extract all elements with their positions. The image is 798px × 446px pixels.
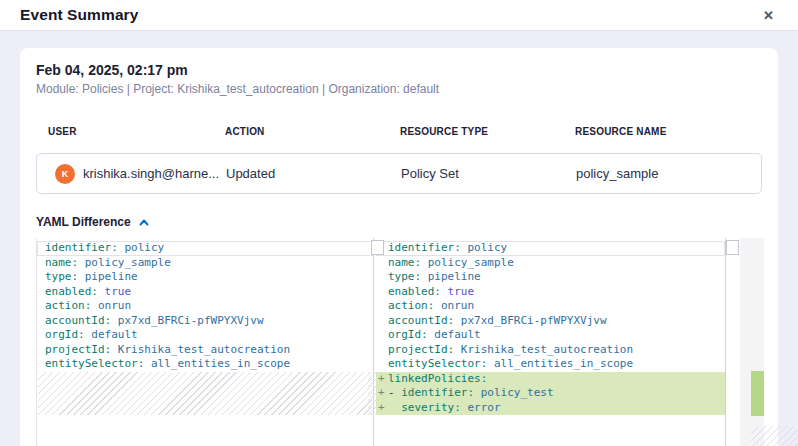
table-header-row: USER ACTION RESOURCE TYPE RESOURCE NAME — [36, 126, 762, 138]
diff-left-code: identifier: policyname: policy_sampletyp… — [37, 238, 373, 372]
event-meta: Module: Policies | Project: Krishika_tes… — [36, 82, 762, 96]
yaml-diff-viewer: identifier: policyname: policy_sampletyp… — [36, 238, 762, 446]
diff-overview-ruler[interactable] — [740, 238, 764, 446]
diff-placeholder-hatch — [38, 372, 372, 416]
resource-type-cell: Policy Set — [401, 166, 576, 181]
code-line: identifier: policy — [376, 241, 725, 256]
overview-placeholder-hatch — [751, 426, 798, 446]
modal-header: Event Summary ✕ — [0, 0, 798, 31]
modal-title: Event Summary — [20, 6, 138, 24]
code-line: accountId: px7xd_BFRCi-pfWPYXVjvw — [37, 314, 373, 329]
event-card: Feb 04, 2025, 02:17 pm Module: Policies … — [20, 48, 778, 446]
column-header-action: ACTION — [225, 126, 400, 138]
action-cell: Updated — [226, 166, 401, 181]
modal-body: Feb 04, 2025, 02:17 pm Module: Policies … — [0, 31, 798, 446]
code-line: enabled: true — [376, 285, 725, 300]
code-line: enabled: true — [37, 285, 373, 300]
code-line: action: onrun — [37, 299, 373, 314]
overview-added-marker — [751, 371, 764, 416]
code-line: + severity: error — [376, 401, 725, 416]
code-line: action: onrun — [376, 299, 725, 314]
column-header-resource-name: RESOURCE NAME — [575, 126, 762, 138]
code-line: identifier: policy — [37, 241, 373, 256]
avatar: K — [55, 164, 75, 184]
yaml-difference-label: YAML Difference — [36, 215, 131, 229]
code-line: entitySelector: all_entities_in_scope — [37, 357, 373, 372]
scrollbar-thumb[interactable] — [371, 240, 384, 255]
code-line: accountId: px7xd_BFRCi-pfWPYXVjvw — [376, 314, 725, 329]
user-email: krishika.singh@harne... — [83, 166, 219, 181]
diff-added-marker: + — [378, 372, 385, 387]
code-line: projectId: Krishika_test_autocreation — [376, 343, 725, 358]
close-icon: ✕ — [763, 8, 774, 23]
resource-name-cell: policy_sample — [576, 166, 761, 181]
user-cell: K krishika.singh@harne... — [55, 164, 226, 184]
close-button[interactable]: ✕ — [761, 7, 776, 24]
code-line: orgId: default — [376, 328, 725, 343]
scrollbar-thumb[interactable] — [726, 240, 739, 255]
column-header-user: USER — [48, 126, 225, 138]
diff-right-code: identifier: policyname: policy_sampletyp… — [376, 238, 725, 415]
column-header-resource-type: RESOURCE TYPE — [400, 126, 575, 138]
code-line: name: policy_sample — [376, 256, 725, 271]
diff-original-pane[interactable]: identifier: policyname: policy_sampletyp… — [36, 238, 374, 446]
code-line: entitySelector: all_entities_in_scope — [376, 357, 725, 372]
yaml-difference-toggle[interactable]: YAML Difference — [36, 215, 150, 229]
code-line: orgId: default — [37, 328, 373, 343]
code-line: +linkedPolicies: — [376, 372, 725, 387]
event-timestamp: Feb 04, 2025, 02:17 pm — [36, 62, 762, 79]
table-row: K krishika.singh@harne... Updated Policy… — [36, 153, 762, 194]
diff-modified-pane[interactable]: identifier: policyname: policy_sampletyp… — [376, 238, 726, 446]
chevron-up-icon — [138, 217, 150, 228]
code-line: type: pipeline — [37, 270, 373, 285]
diff-added-marker: + — [378, 386, 385, 401]
code-line: +- identifier: policy_test — [376, 386, 725, 401]
diff-gutter-hatch — [368, 372, 376, 416]
code-line: name: policy_sample — [37, 256, 373, 271]
code-line: type: pipeline — [376, 270, 725, 285]
diff-added-marker: + — [378, 401, 385, 416]
code-line: projectId: Krishika_test_autocreation — [37, 343, 373, 358]
